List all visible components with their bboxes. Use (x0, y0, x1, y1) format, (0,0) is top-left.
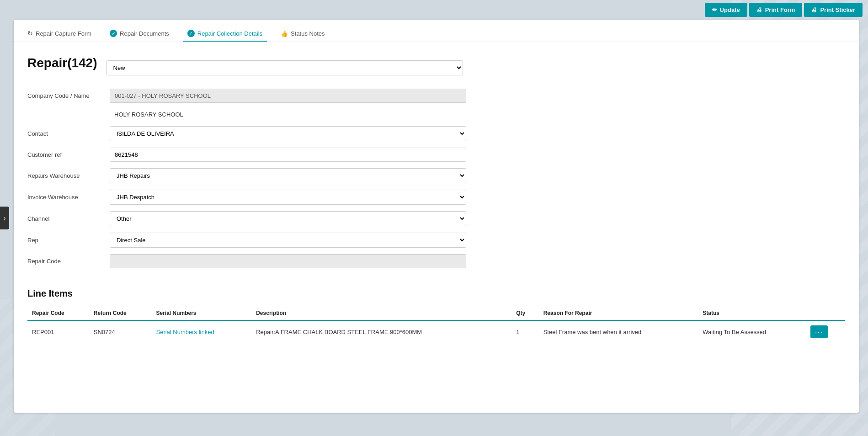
check-circle-icon: ✓ (110, 30, 117, 37)
chevron-right-icon: › (4, 214, 6, 222)
contact-label: Contact (27, 130, 110, 137)
col-reason: Reason For Repair (539, 306, 698, 320)
customer-ref-label: Customer ref (27, 151, 110, 158)
col-repair-code: Repair Code (27, 306, 89, 320)
print-form-button[interactable]: 🖨 Print Form (749, 3, 803, 17)
line-items-title: Line Items (27, 288, 845, 299)
repairs-warehouse-dropdown[interactable]: JHB Repairs CPT Repairs DBN Repairs (110, 168, 466, 183)
thumbsup-icon: 👍 (281, 30, 288, 37)
contact-row: Contact ISILDA DE OLIVEIRA (27, 126, 845, 141)
repair-code-row: Repair Code (27, 254, 845, 268)
table-row: REP001 SN0724 Serial Numbers linked Repa… (27, 320, 845, 343)
channel-dropdown[interactable]: Other Online In-store Phone (110, 211, 466, 226)
tab-repair-collection-label: Repair Collection Details (197, 30, 262, 37)
col-status: Status (698, 306, 806, 320)
main-content: ↻ Repair Capture Form ✓ Repair Documents… (14, 20, 859, 413)
update-label: Update (720, 6, 740, 13)
print-sticker-button[interactable]: 🖨 Print Sticker (804, 3, 863, 17)
cell-qty: 1 (511, 320, 538, 343)
tab-status-notes[interactable]: 👍 Status Notes (276, 27, 329, 42)
update-button[interactable]: ✏ Update (705, 3, 747, 17)
contact-dropdown[interactable]: ISILDA DE OLIVEIRA (110, 126, 466, 141)
pencil-icon: ✏ (712, 6, 717, 13)
cell-repair-code: REP001 (27, 320, 89, 343)
tab-repair-documents[interactable]: ✓ Repair Documents (105, 26, 174, 42)
company-code-label: Company Code / Name (27, 92, 110, 99)
cell-serial-numbers[interactable]: Serial Numbers linked (151, 320, 251, 343)
tab-status-notes-label: Status Notes (291, 30, 325, 37)
check-circle-icon-2: ✓ (187, 30, 195, 37)
repairs-warehouse-label: Repairs Warehouse (27, 172, 110, 179)
tab-repair-documents-label: Repair Documents (120, 30, 169, 37)
cell-status: Waiting To Be Assessed (698, 320, 806, 343)
sidebar-toggle[interactable]: › (0, 207, 9, 229)
col-qty: Qty (511, 306, 538, 320)
table-header-row: Repair Code Return Code Serial Numbers D… (27, 306, 845, 320)
rep-label: Rep (27, 237, 110, 244)
line-items-section: Line Items Repair Code Return Code Seria… (14, 284, 859, 357)
top-toolbar: ✏ Update 🖨 Print Form 🖨 Print Sticker (0, 0, 868, 20)
col-return-code: Return Code (89, 306, 152, 320)
print-form-label: Print Form (765, 6, 795, 13)
repair-title-row: Repair(142) New In Progress Completed Ca… (27, 56, 845, 80)
customer-ref-row: Customer ref (27, 148, 845, 162)
cell-reason: Steel Frame was bent when it arrived (539, 320, 698, 343)
repair-code-label: Repair Code (27, 258, 110, 265)
company-code-row: Company Code / Name (27, 89, 845, 103)
row-actions-button[interactable]: ··· (810, 325, 828, 338)
tab-repair-collection[interactable]: ✓ Repair Collection Details (183, 26, 267, 42)
form-area: Repair(142) New In Progress Completed Ca… (14, 42, 859, 284)
repairs-warehouse-row: Repairs Warehouse JHB Repairs CPT Repair… (27, 168, 845, 183)
serial-numbers-link[interactable]: Serial Numbers linked (156, 329, 214, 335)
company-code-input[interactable] (110, 89, 466, 103)
customer-ref-input[interactable] (110, 148, 466, 162)
print-form-icon: 🖨 (756, 6, 762, 13)
tabs-bar: ↻ Repair Capture Form ✓ Repair Documents… (14, 20, 859, 42)
col-actions (806, 306, 845, 320)
tab-repair-capture[interactable]: ↻ Repair Capture Form (23, 26, 96, 42)
refresh-icon: ↻ (27, 30, 33, 37)
cell-return-code: SN0724 (89, 320, 152, 343)
rep-row: Rep Direct Sale Agent Internal (27, 233, 845, 248)
repair-title: Repair(142) (27, 56, 97, 70)
cell-description: Repair:A FRAME CHALK BOARD STEEL FRAME 9… (251, 320, 511, 343)
cell-actions: ··· (806, 320, 845, 343)
invoice-warehouse-dropdown[interactable]: JHB Despatch CPT Despatch DBN Despatch (110, 190, 466, 205)
company-name-row: HOLY ROSARY SCHOOL (27, 109, 845, 120)
print-sticker-label: Print Sticker (820, 6, 855, 13)
print-sticker-icon: 🖨 (811, 6, 817, 13)
rep-dropdown[interactable]: Direct Sale Agent Internal (110, 233, 466, 248)
tab-repair-capture-label: Repair Capture Form (36, 30, 91, 37)
channel-label: Channel (27, 215, 110, 222)
company-name-display: HOLY ROSARY SCHOOL (110, 109, 845, 120)
col-serial-numbers: Serial Numbers (151, 306, 251, 320)
col-description: Description (251, 306, 511, 320)
channel-row: Channel Other Online In-store Phone (27, 211, 845, 226)
repair-code-input[interactable] (110, 254, 466, 268)
invoice-warehouse-row: Invoice Warehouse JHB Despatch CPT Despa… (27, 190, 845, 205)
line-items-table: Repair Code Return Code Serial Numbers D… (27, 306, 845, 343)
invoice-warehouse-label: Invoice Warehouse (27, 194, 110, 201)
status-dropdown[interactable]: New In Progress Completed Cancelled (107, 60, 463, 75)
